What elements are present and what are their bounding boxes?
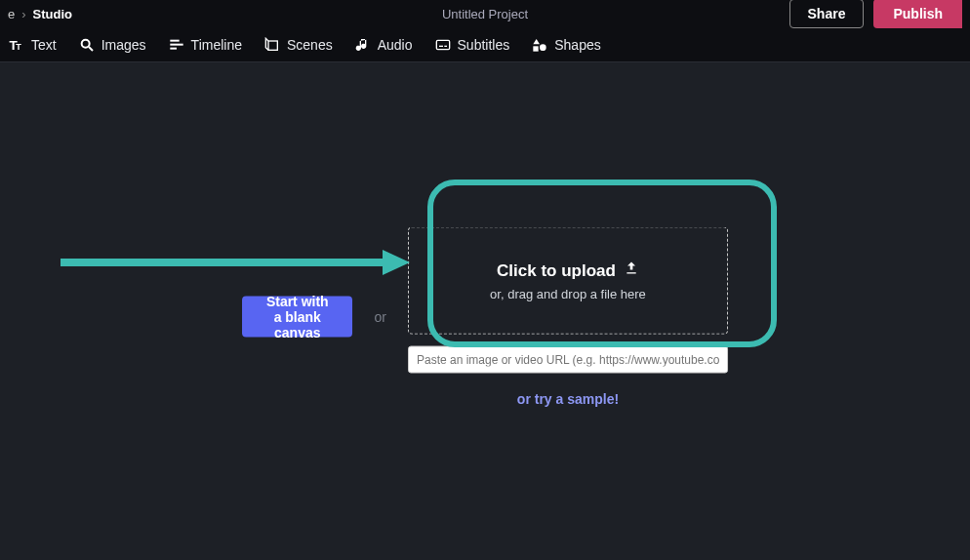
audio-icon [354,36,372,54]
search-icon [78,36,96,54]
tool-shapes[interactable]: Shapes [531,36,600,54]
tool-scenes[interactable]: Scenes [263,36,333,54]
tool-images[interactable]: Images [78,36,146,54]
breadcrumb-item-prev[interactable]: e [8,7,15,21]
start-options: Start with a blank canvas or Click to up… [242,227,728,407]
tool-text[interactable]: TT Text [8,36,57,54]
svg-rect-5 [170,43,182,45]
chevron-right-icon: › [21,7,25,21]
or-separator: or [375,309,386,325]
tool-timeline[interactable]: Timeline [168,36,242,54]
tool-subtitles[interactable]: Subtitles [434,36,510,54]
blank-canvas-button[interactable]: Start with a blank canvas [242,297,352,338]
upload-subtitle: or, drag and drop a file here [490,287,646,301]
svg-rect-8 [436,40,449,49]
upload-title-row: Click to upload [497,260,639,281]
upload-dropzone[interactable]: Click to upload or, drag and drop a file… [408,227,728,335]
tool-subtitles-label: Subtitles [458,37,510,53]
svg-rect-7 [268,41,277,50]
tool-audio-label: Audio [378,37,413,53]
svg-point-2 [81,39,89,47]
shapes-icon [531,36,548,54]
text-icon: TT [8,36,25,54]
toolbar: TT Text Images Timeline Scenes Audio Sub… [0,27,970,62]
subtitles-icon [434,36,452,54]
tool-scenes-label: Scenes [287,37,333,53]
titlebar-actions: Share Publish [789,0,962,28]
tool-images-label: Images [101,37,146,53]
svg-point-12 [540,44,546,51]
upload-icon [624,260,639,281]
share-button[interactable]: Share [789,0,865,28]
canvas-area: Start with a blank canvas or Click to up… [0,62,970,560]
timeline-icon [168,36,185,54]
url-input[interactable] [408,346,728,374]
breadcrumb[interactable]: e › Studio [8,7,72,21]
svg-rect-6 [170,47,177,49]
try-sample-link[interactable]: or try a sample! [408,391,728,407]
upload-title: Click to upload [497,260,616,280]
svg-line-3 [89,47,93,51]
tool-timeline-label: Timeline [191,37,242,53]
tool-text-label: Text [31,37,57,53]
scenes-icon [263,36,281,54]
publish-button[interactable]: Publish [873,0,962,28]
svg-rect-13 [534,46,539,51]
svg-rect-4 [170,39,179,41]
svg-marker-11 [534,39,541,44]
svg-rect-14 [626,272,635,273]
upload-card: Click to upload or, drag and drop a file… [408,227,728,407]
tool-shapes-label: Shapes [554,37,600,53]
breadcrumb-item-current: Studio [33,7,72,21]
svg-text:T: T [16,41,21,51]
tool-audio[interactable]: Audio [354,36,413,54]
titlebar: e › Studio Untitled Project Share Publis… [0,0,970,27]
project-title[interactable]: Untitled Project [442,7,528,21]
